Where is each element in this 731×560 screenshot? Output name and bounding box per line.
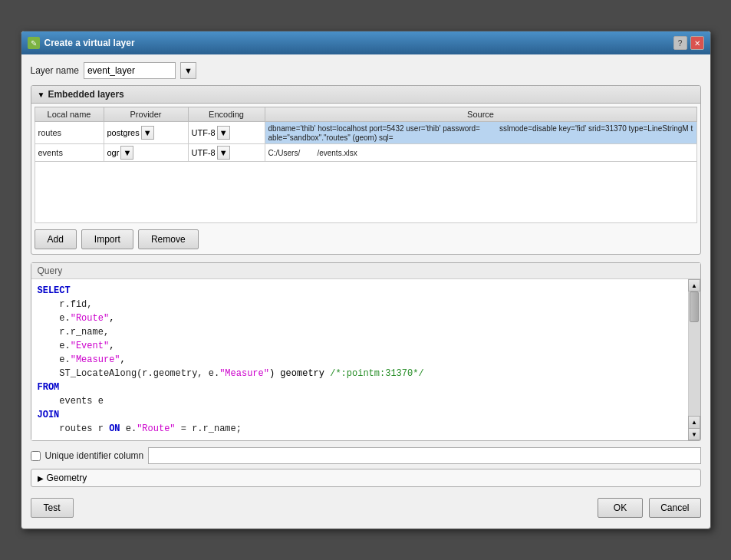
code-line: e."Measure", [38,353,682,367]
ok-button[interactable]: OK [598,498,643,518]
query-body: SELECT r.fid, e."Route", r.r_name, e."Ev… [31,279,700,440]
keyword: SELECT [38,285,71,296]
code-text: e. [59,354,70,365]
scroll-thumb [690,292,699,322]
embedded-layers-header[interactable]: ▼ Embedded layers [31,86,700,104]
title-bar: ✎ Create a virtual layer ? ✕ [21,31,710,54]
embedded-layers-title: Embedded layers [48,89,123,100]
string: "Event" [71,341,109,351]
code-text: events e [59,396,104,407]
provider-dropdown[interactable]: ▼ [120,146,133,160]
code-line: SELECT [38,284,682,298]
unique-identifier-input[interactable] [148,447,700,464]
table-row: events ogr ▼ UTF-8 ▼ [35,144,696,162]
scroll-partial-down[interactable]: ▼ [688,428,700,440]
provider-value: ogr [107,148,120,157]
unique-identifier-checkbox[interactable] [31,451,41,461]
row-encoding: UTF-8 ▼ [188,122,265,144]
row-source: C:/Users/ /events.xlsx [265,144,696,162]
layer-name-row: Layer name ▼ [31,62,701,79]
provider-value: postgres [107,128,140,137]
string: "Route" [71,313,109,324]
code-text: routes r [59,423,109,434]
dialog-title: Create a virtual layer [44,38,135,48]
scroll-partial-up[interactable]: ▲ [688,416,700,428]
code-text: r.fid, [59,299,92,310]
embedded-layers-table-container: Local name Provider Encoding Source rout… [31,104,700,226]
unique-identifier-label: Unique identifier column [45,450,144,461]
close-button[interactable]: ✕ [690,36,704,50]
code-line: FROM [38,380,682,394]
embedded-layers-section: ▼ Embedded layers Local name Provider En… [31,85,701,255]
code-line: events e [38,394,682,408]
code-line: e."Event", [38,339,682,353]
encoding-value: UTF-8 [192,128,216,137]
code-line: e."Route", [38,311,682,325]
geometry-collapse-icon: ▶ [38,474,44,483]
embedded-layers-buttons: Add Import Remove [31,226,700,254]
code-text: e. [59,341,70,351]
code-text: e. [59,313,70,324]
footer-row: Test OK Cancel [31,495,701,521]
comment: /*:pointm:31370*/ [330,368,423,379]
keyword: ON [109,423,120,434]
empty-row [35,162,696,223]
keyword: FROM [38,382,60,393]
code-text: r.r_name, [59,327,109,338]
create-virtual-layer-dialog: ✎ Create a virtual layer ? ✕ Layer name … [21,31,711,529]
embedded-layers-table: Local name Provider Encoding Source rout… [35,107,697,223]
col-header-provider: Provider [104,107,188,122]
query-section: Query SELECT r.fid, e."Route", r.r_name,… [31,262,701,441]
title-buttons: ? ✕ [673,36,704,50]
help-button[interactable]: ? [673,36,687,50]
code-line: routes r ON e."Route" = r.r_name; [38,422,682,436]
col-header-local-name: Local name [35,107,104,122]
geometry-section[interactable]: ▶ Geometry [31,469,701,487]
layer-name-dropdown[interactable]: ▼ [180,62,196,79]
query-editor[interactable]: SELECT r.fid, e."Route", r.r_name, e."Ev… [31,279,688,440]
encoding-dropdown[interactable]: ▼ [217,126,230,140]
app-icon: ✎ [28,37,40,49]
string: "Measure" [71,354,120,365]
row-local-name: events [35,144,104,162]
code-text: , [109,313,114,324]
layer-name-input[interactable] [84,62,176,79]
dialog-body: Layer name ▼ ▼ Embedded layers Local nam… [21,54,710,529]
encoding-dropdown[interactable]: ▼ [217,146,230,160]
remove-button[interactable]: Remove [138,229,199,249]
source-text: C:/Users/ /events.xlsx [268,149,357,157]
row-provider: postgres ▼ [104,122,188,144]
unique-identifier-row: Unique identifier column [31,447,701,464]
code-line: r.r_name, [38,325,682,339]
code-text: e. [120,423,137,434]
code-text: ST_LocateAlong(r.geometry, e. [59,368,219,379]
query-scrollbar: ▲ ▲ ▼ [688,279,700,440]
title-bar-left: ✎ Create a virtual layer [28,37,135,49]
col-header-source: Source [265,107,696,122]
row-source: dbname='thib' host=localhost port=5432 u… [265,122,696,144]
footer-right: OK Cancel [598,498,701,518]
source-text: dbname='thib' host=localhost port=5432 u… [268,124,693,142]
string: "Measure" [219,368,269,379]
provider-dropdown[interactable]: ▼ [141,126,154,140]
scroll-up-arrow[interactable]: ▲ [688,279,700,292]
cancel-button[interactable]: Cancel [649,498,700,518]
import-button[interactable]: Import [81,229,133,249]
layer-name-label: Layer name [31,65,79,76]
code-line: r.fid, [38,298,682,311]
code-text: ) geometry [269,368,330,379]
row-local-name: routes [35,122,104,144]
col-header-encoding: Encoding [188,107,265,122]
table-row: routes postgres ▼ UTF-8 ▼ [35,122,696,144]
test-button[interactable]: Test [31,498,74,518]
string: "Route" [137,423,175,434]
footer-left: Test [31,498,74,518]
geometry-label: Geometry [47,473,87,483]
scroll-track[interactable] [689,292,700,416]
add-button[interactable]: Add [35,229,77,249]
code-text: = r.r_name; [176,423,242,434]
code-line: ST_LocateAlong(r.geometry, e."Measure") … [38,367,682,380]
keyword: JOIN [38,410,60,420]
collapse-icon: ▼ [38,91,45,99]
query-label: Query [31,263,700,279]
